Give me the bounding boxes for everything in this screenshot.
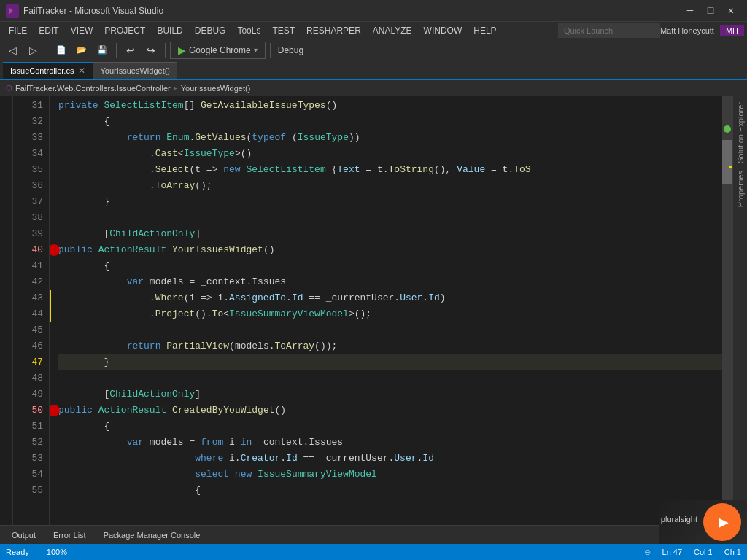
start-debug-button[interactable]: ▶ Google Chrome ▾ <box>170 42 266 59</box>
tab-bar: IssueController.cs ✕ YourIssuesWidget() <box>0 61 747 80</box>
line-num: 55 <box>13 483 43 499</box>
package-manager-tab[interactable]: Package Manager Console <box>98 526 206 544</box>
line-num: 34 <box>13 146 43 162</box>
toolbar-forward-btn[interactable]: ▷ <box>23 42 42 59</box>
tab-yourissueswidget[interactable]: YourIssuesWidget() <box>93 62 177 79</box>
pluralsight-badge: pluralsight <box>659 500 747 544</box>
vertical-scrollbar[interactable] <box>722 96 732 525</box>
line-num: 45 <box>13 322 43 338</box>
zoom-level: 100% <box>47 548 67 556</box>
menu-debug[interactable]: DEBUG <box>189 22 232 39</box>
code-line-37: } <box>58 194 722 210</box>
yellow-mark-43 <box>50 290 51 306</box>
pluralsight-play-button[interactable] <box>703 503 741 541</box>
menu-edit[interactable]: EDIT <box>33 22 64 39</box>
toolbar-separator-2 <box>116 43 117 58</box>
output-tab[interactable]: Output <box>6 526 42 544</box>
status-separator-1: ⊖ <box>644 548 651 557</box>
health-indicator <box>724 125 731 133</box>
status-zoom: 100% <box>47 548 67 556</box>
ch-info: Ch 1 <box>724 548 741 556</box>
chevron-icon: ▾ <box>254 46 258 54</box>
tab-issuecontroller[interactable]: IssueController.cs ✕ <box>3 62 93 79</box>
toolbar-back-btn[interactable]: ◁ <box>3 42 22 59</box>
line-num: 49 <box>13 386 43 402</box>
toolbar-redo-btn[interactable]: ↪ <box>142 42 160 59</box>
code-line-41: { <box>58 258 722 274</box>
menu-test[interactable]: TEST <box>266 22 301 39</box>
code-line-43: .Where(i => i.AssignedTo.Id == _currentU… <box>58 290 722 306</box>
line-num: 31 <box>13 98 43 114</box>
toolbar-open-btn[interactable]: 📂 <box>72 42 91 59</box>
toolbar-save-btn[interactable]: 💾 <box>93 42 112 59</box>
line-num: 51 <box>13 419 43 435</box>
line-num: 33 <box>13 130 43 146</box>
right-panel: Solution Explorer Properties <box>732 96 747 525</box>
code-line-42: var models = _context.Issues <box>58 274 722 290</box>
breadcrumb-method: YourIssuesWidget() <box>181 84 251 93</box>
debug-mode-label: Debug <box>278 45 303 55</box>
menu-view[interactable]: VIEW <box>65 22 99 39</box>
code-line-40: public ActionResult YourIssuesWidget() <box>58 242 722 258</box>
tab-close-issuecontroller[interactable]: ✕ <box>78 66 85 76</box>
code-line-33: return Enum.GetValues(typeof (IssueType)… <box>58 130 722 146</box>
line-num: 54 <box>13 467 43 483</box>
line-num: 35 <box>13 162 43 178</box>
app-icon <box>6 4 19 18</box>
error-list-tab[interactable]: Error List <box>47 526 92 544</box>
code-line-36: .ToArray(); <box>58 178 722 194</box>
breadcrumb-arrow: ▸ <box>174 83 178 93</box>
menu-build[interactable]: BUILD <box>151 22 188 39</box>
quick-launch-input[interactable] <box>558 23 660 38</box>
toolbar-new-btn[interactable]: 📄 <box>52 42 71 59</box>
line-num: 37 <box>13 194 43 210</box>
close-button[interactable]: ✕ <box>721 1 741 21</box>
maximize-button[interactable]: □ <box>700 1 721 21</box>
status-ready: Ready <box>6 548 29 556</box>
menu-project[interactable]: PROJECT <box>98 22 151 39</box>
line-num: 50 <box>13 402 43 419</box>
play-icon: ▶ <box>178 44 186 56</box>
menu-analyze[interactable]: ANALYZE <box>367 22 418 39</box>
menu-tools[interactable]: TooLs <box>231 22 266 39</box>
line-num: 53 <box>13 451 43 467</box>
solution-explorer-tab[interactable]: Solution Explorer <box>735 99 746 166</box>
line-num: 44 <box>13 306 43 322</box>
properties-tab[interactable]: Properties <box>735 168 746 210</box>
menu-file[interactable]: FILE <box>3 22 33 39</box>
line-num: 46 <box>13 338 43 354</box>
minimize-button[interactable]: ─ <box>680 1 700 21</box>
status-bar: Ready 100% ⊖ Ln 47 Col 1 Ch 1 <box>0 544 747 560</box>
line-num: 38 <box>13 210 43 226</box>
code-line-48 <box>58 370 722 386</box>
line-num: 32 <box>13 114 43 130</box>
code-line-35: .Select(t => new SelectListItem {Text = … <box>58 162 722 178</box>
code-line-45 <box>58 322 722 338</box>
window-title: FailTracker - Microsoft Visual Studio <box>23 6 680 16</box>
toolbar-separator-4 <box>270 43 271 58</box>
menu-resharper[interactable]: RESHARPER <box>301 22 367 39</box>
code-line-47: } <box>58 354 722 370</box>
yellow-mark-44 <box>50 306 51 322</box>
menu-window[interactable]: WINDOW <box>418 22 468 39</box>
code-line-49: [ChildActionOnly] <box>58 386 722 402</box>
left-margin <box>0 96 13 525</box>
pluralsight-text: pluralsight <box>661 515 697 524</box>
title-bar: FailTracker - Microsoft Visual Studio ─ … <box>0 0 747 22</box>
line-num: 47 <box>13 354 43 370</box>
code-line-54: select new IssueSummaryViewModel <box>58 467 722 483</box>
code-line-52: var models = from i in _context.Issues <box>58 435 722 451</box>
toolbar-separator-3 <box>165 43 166 58</box>
breadcrumb-bar: ⬡ FailTracker.Web.Controllers.IssueContr… <box>0 80 747 96</box>
toolbar-undo-btn[interactable]: ↩ <box>121 42 140 59</box>
code-line-51: { <box>58 419 722 435</box>
tab-label-issuecontroller: IssueController.cs <box>10 66 74 75</box>
code-line-31: private SelectListItem[] GetAvailableIss… <box>58 98 722 114</box>
line-num: 40 <box>13 242 43 258</box>
col-info: Col 1 <box>694 548 713 556</box>
code-content[interactable]: private SelectListItem[] GetAvailableIss… <box>50 96 722 525</box>
line-num: 41 <box>13 258 43 274</box>
toolbar: ◁ ▷ 📄 📂 💾 ↩ ↪ ▶ Google Chrome ▾ Debug <box>0 39 747 61</box>
scrollbar-thumb[interactable] <box>722 140 732 184</box>
menu-help[interactable]: HELP <box>468 22 502 39</box>
